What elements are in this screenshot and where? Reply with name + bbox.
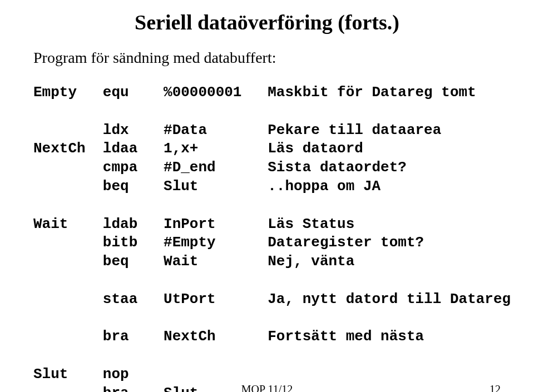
slide-page: Seriell dataöverföring (forts.) Program … [0,0,534,392]
page-title: Seriell dataöverföring (forts.) [33,10,501,34]
subheading: Program för sändning med databuffert: [33,49,501,67]
code-listing: Empty equ %00000001 Maskbit för Datareg … [33,83,501,392]
footer-center: MOP 11/12 [0,383,534,392]
footer-page-number: 12 [490,383,501,392]
